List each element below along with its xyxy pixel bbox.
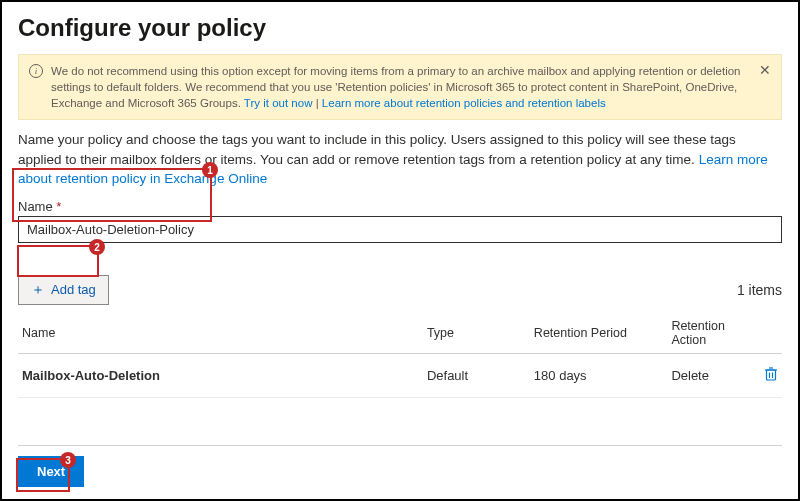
page-frame: Configure your policy i We do not recomm… [0,0,800,501]
annotation-number-1: 1 [202,162,218,178]
items-count: 1 items [737,282,782,298]
cell-type: Default [423,353,530,397]
description-text: Name your policy and choose the tags you… [18,132,736,167]
annotation-callout-2: 2 [17,245,99,277]
info-bar: i We do not recommend using this option … [18,54,782,120]
cell-name: Mailbox-Auto-Deletion [18,353,423,397]
close-icon[interactable]: ✕ [757,63,773,79]
annotation-callout-3: 3 [16,458,70,492]
info-icon: i [29,64,43,78]
col-header-name: Name [18,313,423,354]
try-it-link[interactable]: Try it out now [244,97,313,109]
col-header-retention-action: Retention Action [667,313,750,354]
tags-toolbar: ＋ Add tag 1 items [18,275,782,305]
svg-rect-0 [767,370,776,380]
annotation-callout-1: 1 [12,168,212,222]
footer: Next [18,445,782,487]
plus-icon: ＋ [31,281,45,299]
cell-retention-action: Delete [667,353,750,397]
table-row[interactable]: Mailbox-Auto-Deletion Default 180 days D… [18,353,782,397]
page-title: Configure your policy [18,14,782,42]
cell-retention-period: 180 days [530,353,668,397]
tags-table: Name Type Retention Period Retention Act… [18,313,782,398]
learn-more-retention-labels-link[interactable]: Learn more about retention policies and … [322,97,606,109]
add-tag-button[interactable]: ＋ Add tag [18,275,109,305]
col-header-actions [750,313,782,354]
col-header-retention-period: Retention Period [530,313,668,354]
annotation-number-3: 3 [60,452,76,468]
add-tag-label: Add tag [51,282,96,297]
col-header-type: Type [423,313,530,354]
annotation-number-2: 2 [89,239,105,255]
trash-icon[interactable] [764,366,778,382]
table-header-row: Name Type Retention Period Retention Act… [18,313,782,354]
